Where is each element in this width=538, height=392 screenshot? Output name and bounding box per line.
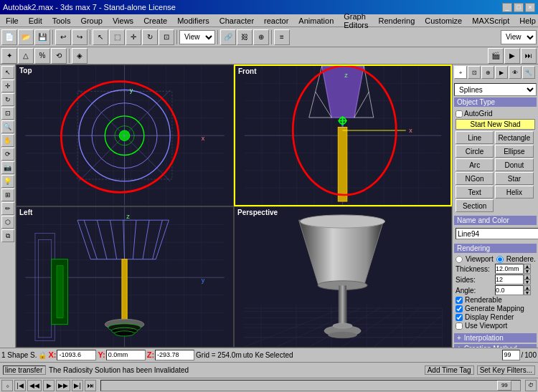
sides-up[interactable]: ▲ [524,274,531,279]
tool-rotate[interactable]: ↻ [1,93,14,106]
time-slider-thumb[interactable]: 99 [497,381,511,391]
menu-animation[interactable]: Animation [294,16,338,26]
prev-key-button[interactable]: ◀◀ [27,380,42,391]
quick-render-button[interactable]: ▶ [504,48,520,64]
menu-modifiers[interactable]: Modifiers [173,16,214,26]
name-color-header[interactable]: Name and Color [454,216,537,225]
angle-down[interactable]: ▼ [524,290,531,295]
render-last-button[interactable]: ⏭ [521,48,537,64]
display-render-checkbox[interactable] [456,314,463,321]
time-config-button[interactable]: ⏱ [525,380,537,391]
z-input[interactable] [155,350,194,360]
line-button[interactable]: Line [456,131,494,144]
snap-angle-button[interactable]: △ [18,48,34,64]
time-slider[interactable]: 99 [100,380,521,391]
redo-button[interactable]: ↪ [72,29,88,45]
menu-maxscript[interactable]: MAXScript [468,16,514,26]
tool-helper[interactable]: ⊞ [1,188,14,201]
donut-button[interactable]: Donut [495,158,533,171]
viewport-left[interactable]: Left [16,206,234,348]
maximize-button[interactable]: □ [514,3,524,12]
tool-camera[interactable]: 📷 [1,161,14,174]
minimize-button[interactable]: _ [502,3,512,12]
viewport-radio[interactable] [456,256,463,263]
new-button[interactable]: 📄 [1,29,17,45]
sides-down[interactable]: ▼ [524,279,531,285]
tool-move[interactable]: ✛ [1,80,14,92]
select-region-button[interactable]: ⬚ [109,29,125,45]
add-time-tag-button[interactable]: Add Time Tag [425,365,474,375]
tab-hierarchy[interactable]: ⊕ [481,66,494,79]
object-type-header[interactable]: Object Type [454,97,537,107]
scale-button[interactable]: ⊡ [159,29,174,45]
helix-button[interactable]: Helix [495,186,533,199]
tab-display[interactable]: 👁 [509,66,522,79]
ngon-button[interactable]: NGon [456,172,494,185]
tool-light[interactable]: 💡 [1,175,14,188]
menu-character[interactable]: Character [215,16,258,26]
tab-utilities[interactable]: 🔧 [522,66,535,79]
reference-coord-dropdown[interactable]: View [179,30,215,44]
y-input[interactable] [106,350,146,360]
set-key-filters-button[interactable]: Set Key Filters... [477,365,535,375]
render-scene-button[interactable]: 🎬 [488,48,504,64]
star-button[interactable]: Star [495,172,533,185]
rendering-header[interactable]: Rendering [454,244,537,253]
unlink-button[interactable]: ⛓ [237,29,253,45]
layer-button[interactable]: ≡ [274,29,290,45]
thickness-up[interactable]: ▲ [524,264,531,269]
autogrid-checkbox[interactable] [456,110,463,118]
open-button[interactable]: 📂 [18,29,34,45]
snap-spinner-button[interactable]: ⟲ [51,48,67,64]
save-button[interactable]: 💾 [34,29,50,45]
ellipse-button[interactable]: Ellipse [495,145,533,158]
tab-create[interactable]: + [454,66,467,79]
rotate-button[interactable]: ↻ [142,29,158,45]
creation-method-header[interactable]: + Creation Method [454,344,537,348]
renderable-checkbox[interactable] [456,297,463,304]
thickness-input[interactable] [495,264,524,274]
menu-create[interactable]: Create [139,16,171,26]
select-button[interactable]: ↖ [93,29,108,45]
prev-frame-button[interactable]: |◀ [14,380,26,391]
angle-up[interactable]: ▲ [524,285,531,290]
text-button[interactable]: Text [456,186,494,199]
key-mode-button[interactable]: ⬦ [1,380,13,391]
tool-select[interactable]: ↖ [1,66,14,79]
menu-graph-editors[interactable]: Graph Editors [339,11,372,30]
renderer-radio[interactable] [496,256,504,263]
menu-help[interactable]: Help [515,16,538,26]
start-new-shape-button[interactable]: Start New Shad [456,119,535,130]
object-name-input[interactable] [456,228,538,239]
tool-geo[interactable]: ⬡ [1,216,14,229]
play-button[interactable]: ▶ [43,380,55,391]
move-button[interactable]: ✛ [126,29,141,45]
next-frame-button[interactable]: ▶| [72,380,83,391]
snap-button[interactable]: ✦ [1,48,17,64]
undo-button[interactable]: ↩ [55,29,71,45]
close-button[interactable]: × [525,3,535,12]
rectangle-button[interactable]: Rectangle [495,131,533,144]
tool-zoom[interactable]: 🔍 [1,120,14,133]
named-select-button[interactable]: ◈ [72,48,88,64]
use-viewport-checkbox[interactable] [456,322,463,330]
bind-button[interactable]: ⊕ [253,29,269,45]
tool-scale[interactable]: ⊡ [1,107,14,120]
menu-group[interactable]: Group [76,16,107,26]
menu-file[interactable]: File [1,16,23,26]
last-frame-button[interactable]: ⏭ [85,380,96,391]
interpolation-header[interactable]: + Interpolation [454,333,537,343]
generate-mapping-checkbox[interactable] [456,305,463,312]
tool-shapes[interactable]: ✏ [1,202,14,215]
viewport-perspective[interactable]: Perspective [234,206,452,348]
x-input[interactable] [57,350,96,360]
menu-customize[interactable]: Customize [420,16,466,26]
tab-motion[interactable]: ▶ [495,66,508,79]
link-button[interactable]: 🔗 [220,29,236,45]
menu-reactor[interactable]: reactor [260,16,293,26]
tool-modifier[interactable]: ⧉ [1,229,14,242]
shape-type-dropdown[interactable]: Splines [454,83,537,96]
current-frame-input[interactable] [502,350,520,360]
tool-arc-rotate[interactable]: ⟳ [1,148,14,161]
menu-rendering[interactable]: Rendering [374,16,420,26]
